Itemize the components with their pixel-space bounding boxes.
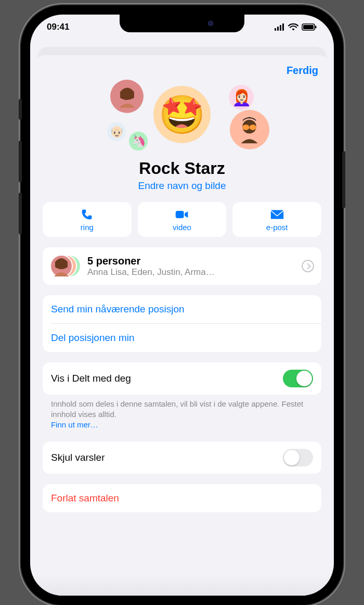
- chevron-right-icon: [302, 260, 314, 272]
- cellular-icon: [275, 23, 285, 31]
- phone-icon: [80, 208, 94, 221]
- screen: 09:41 Ferdig 👴🏻 🦄 🤩 👩🏻‍🦰: [30, 15, 334, 596]
- hide-alerts-card: Skjul varsler: [43, 442, 321, 474]
- mail-icon: [270, 208, 284, 221]
- shared-with-you-row: Vis i Delt med deg: [43, 362, 321, 395]
- notch: [120, 15, 244, 32]
- bottom-fade: [30, 575, 334, 596]
- leave-card: Forlat samtalen: [43, 484, 321, 512]
- svg-rect-0: [275, 28, 276, 31]
- hide-alerts-toggle[interactable]: [283, 449, 313, 467]
- svg-point-10: [250, 125, 256, 131]
- call-button[interactable]: ring: [43, 202, 132, 237]
- mail-label: e-post: [266, 223, 288, 232]
- shared-with-you-toggle[interactable]: [283, 370, 313, 387]
- people-card: 5 personer Anna Lisa, Eden, Justin, Arma…: [43, 247, 321, 285]
- svg-point-9: [243, 125, 250, 131]
- member-avatar-2: 👴🏻: [107, 122, 126, 141]
- member-avatar-3: 🦄: [129, 132, 148, 150]
- location-card: Send min nåværende posisjon Del posisjon…: [43, 295, 321, 352]
- mail-button[interactable]: e-post: [232, 202, 321, 237]
- volume-down-button: [19, 193, 22, 234]
- details-sheet: Ferdig 👴🏻 🦄 🤩 👩🏻‍🦰 Rock Starz Endre navn…: [33, 55, 331, 596]
- people-avatars: [50, 254, 81, 279]
- status-time: 09:41: [47, 22, 69, 32]
- group-name: Rock Starz: [43, 159, 321, 178]
- people-count: 5 personer: [87, 255, 295, 267]
- member-avatar-4: 👩🏻‍🦰: [229, 85, 254, 110]
- status-icons: [275, 23, 317, 31]
- shared-footer-note: Innhold som deles i denne samtalen, vil …: [43, 395, 321, 420]
- svg-rect-3: [282, 23, 284, 31]
- group-main-avatar: 🤩: [153, 86, 211, 143]
- svg-rect-5: [303, 25, 314, 29]
- svg-rect-6: [315, 26, 317, 29]
- leave-conversation[interactable]: Forlat samtalen: [43, 484, 321, 512]
- hide-alerts-label: Skjul varsler: [51, 452, 105, 463]
- video-label: video: [173, 223, 191, 232]
- battery-icon: [302, 23, 317, 31]
- learn-more-link[interactable]: Finn ut mer…: [43, 420, 321, 431]
- shared-with-you-label: Vis i Delt med deg: [51, 373, 131, 384]
- svg-rect-1: [277, 27, 279, 31]
- wifi-icon: [288, 23, 298, 31]
- member-avatar-5: [230, 110, 269, 149]
- people-names: Anna Lisa, Eden, Justin, Arma…: [87, 267, 295, 278]
- member-avatar-1: [110, 80, 144, 113]
- svg-rect-11: [176, 211, 184, 218]
- phone-frame: 09:41 Ferdig 👴🏻 🦄 🤩 👩🏻‍🦰: [21, 5, 343, 605]
- group-avatar-cluster[interactable]: 👴🏻 🦄 🤩 👩🏻‍🦰: [43, 80, 321, 158]
- call-label: ring: [81, 223, 94, 232]
- video-icon: [175, 208, 189, 221]
- svg-rect-2: [280, 25, 281, 31]
- edit-name-photo-link[interactable]: Endre navn og bilde: [43, 180, 321, 192]
- hide-alerts-row: Skjul varsler: [43, 442, 321, 474]
- volume-up-button: [19, 141, 22, 182]
- video-button[interactable]: video: [138, 202, 227, 237]
- done-button[interactable]: Ferdig: [287, 65, 318, 77]
- people-row[interactable]: 5 personer Anna Lisa, Eden, Justin, Arma…: [43, 247, 321, 285]
- share-my-location[interactable]: Del posisjonen min: [43, 324, 321, 352]
- side-button: [19, 99, 22, 120]
- send-current-location[interactable]: Send min nåværende posisjon: [43, 295, 321, 323]
- action-buttons: ring video e-post: [43, 202, 321, 237]
- shared-with-you-card: Vis i Delt med deg: [43, 362, 321, 395]
- power-button: [342, 151, 345, 208]
